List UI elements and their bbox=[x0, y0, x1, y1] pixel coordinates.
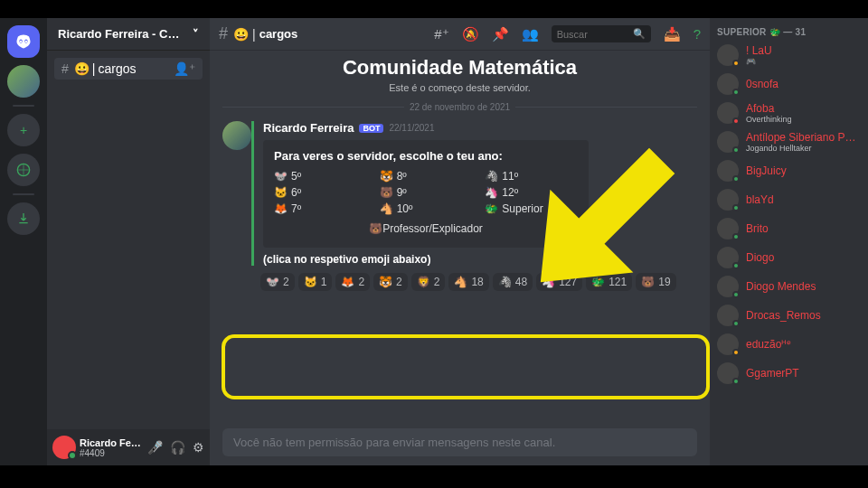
mute-icon[interactable]: 🎤̸ bbox=[147, 440, 163, 455]
svg-point-1 bbox=[25, 41, 28, 43]
year-option: 🐯8º bbox=[380, 170, 473, 183]
user-tag: #4409 bbox=[80, 448, 144, 458]
channel-title: cargos bbox=[259, 27, 298, 41]
svg-point-0 bbox=[20, 41, 22, 43]
member-avatar bbox=[717, 333, 739, 355]
member-item[interactable]: ! LaU🎮 bbox=[717, 42, 861, 68]
reaction-button[interactable]: 🐴18 bbox=[448, 273, 488, 291]
member-name: GgamerPT bbox=[746, 367, 799, 380]
member-name: eduzãoᴴᵉ bbox=[746, 338, 791, 351]
bot-tag: BOT bbox=[359, 124, 383, 133]
reaction-button[interactable]: 🐲121 bbox=[586, 273, 632, 291]
role-header: SUPERIOR 🐲 — 31 bbox=[717, 27, 861, 37]
search-box[interactable]: 🔍 bbox=[552, 25, 651, 42]
member-avatar bbox=[717, 276, 739, 297]
member-name: BigJuicy bbox=[746, 164, 787, 177]
author-avatar[interactable] bbox=[222, 121, 251, 150]
professor-line: 🐻Professor/Explicador bbox=[274, 222, 578, 235]
member-item[interactable]: Drocas_Remos bbox=[717, 303, 861, 328]
channel-emoji: 😀 bbox=[233, 27, 249, 42]
channel-pipe: | bbox=[92, 61, 96, 76]
member-avatar bbox=[717, 189, 739, 211]
threads-icon[interactable]: #⁺ bbox=[434, 26, 448, 42]
member-avatar bbox=[717, 218, 739, 239]
embed-title: Para veres o servidor, escolhe o teu ano… bbox=[274, 149, 578, 163]
explore-button[interactable] bbox=[7, 154, 40, 186]
member-item[interactable]: Antílope Siberiano Par...Jogando Helltak… bbox=[717, 129, 861, 155]
date-divider: 22 de novembro de 2021 bbox=[222, 102, 697, 112]
user-panel: Ricardo Ferr... #4409 🎤̸ 🎧 ⚙ bbox=[47, 429, 210, 465]
download-button[interactable] bbox=[7, 202, 40, 235]
user-avatar[interactable] bbox=[52, 436, 76, 459]
member-item[interactable]: blaYd bbox=[717, 187, 861, 212]
reaction-button[interactable]: 🦓48 bbox=[493, 273, 533, 291]
member-avatar bbox=[717, 44, 739, 66]
member-item[interactable]: Diogo Mendes bbox=[717, 274, 861, 299]
member-name: ! LaU bbox=[746, 44, 772, 57]
embed: Para veres o servidor, escolhe o teu ano… bbox=[263, 140, 589, 248]
reaction-button[interactable]: 🦊2 bbox=[335, 273, 370, 291]
member-activity: Overthinking bbox=[746, 115, 792, 124]
member-avatar bbox=[717, 131, 739, 153]
settings-icon[interactable]: ⚙ bbox=[193, 440, 204, 455]
year-option: 🦓11º bbox=[485, 170, 578, 183]
member-name: blaYd bbox=[746, 193, 774, 206]
member-name: Afoba bbox=[746, 102, 792, 115]
member-avatar bbox=[717, 73, 739, 95]
user-name: Ricardo Ferr... bbox=[80, 437, 144, 448]
pins-icon[interactable]: 📌 bbox=[492, 26, 509, 42]
reaction-button[interactable]: 🐻19 bbox=[636, 273, 675, 291]
help-icon[interactable]: ? bbox=[693, 26, 701, 42]
inbox-icon[interactable]: 📥 bbox=[664, 26, 681, 42]
member-item[interactable]: 0snofa bbox=[717, 71, 861, 97]
member-avatar bbox=[717, 102, 739, 124]
user-info[interactable]: Ricardo Ferr... #4409 bbox=[80, 437, 144, 458]
member-item[interactable]: BigJuicy bbox=[717, 158, 861, 183]
chevron-down-icon: ˅ bbox=[193, 27, 199, 41]
members-sidebar: SUPERIOR 🐲 — 31 ! LaU🎮0snofaAfobaOverthi… bbox=[710, 18, 868, 465]
server-name: Ricardo Ferreira - Comu... bbox=[58, 27, 184, 41]
server-icon[interactable] bbox=[7, 65, 40, 98]
welcome-subtitle: Este é o começo deste servidor. bbox=[222, 82, 697, 93]
member-item[interactable]: eduzãoᴴᵉ bbox=[717, 332, 861, 357]
reaction-button[interactable]: 🐭2 bbox=[260, 273, 295, 291]
server-header[interactable]: Ricardo Ferreira - Comu... ˅ bbox=[47, 18, 210, 51]
member-activity: 🎮 bbox=[746, 57, 772, 66]
year-option: 🐻9º bbox=[380, 186, 473, 199]
reaction-button[interactable]: 🐯2 bbox=[373, 273, 408, 291]
reaction-button[interactable]: 🦄127 bbox=[536, 273, 582, 291]
member-name: 0snofa bbox=[746, 78, 778, 90]
member-name: Drocas_Remos bbox=[746, 309, 821, 322]
main-area: # 😀 | cargos #⁺ 🔕 📌 👥 🔍 📥 ? Comunidade M… bbox=[210, 18, 710, 465]
add-server-button[interactable]: + bbox=[7, 114, 40, 146]
member-name: Antílope Siberiano Par... bbox=[746, 131, 861, 144]
home-button[interactable] bbox=[7, 25, 40, 58]
reaction-button[interactable]: 🐱1 bbox=[298, 273, 333, 291]
year-option: 🦄12º bbox=[485, 186, 578, 199]
year-option: 🦊7º bbox=[274, 202, 367, 215]
member-avatar bbox=[717, 247, 739, 268]
search-input[interactable] bbox=[557, 29, 633, 40]
channel-emoji: 😀 bbox=[74, 61, 90, 76]
year-option: 🐱6º bbox=[274, 186, 367, 199]
message: Ricardo Ferreira BOT 22/11/2021 Para ver… bbox=[222, 121, 697, 266]
welcome-title: Comunidade Matemática bbox=[222, 56, 697, 80]
channel-item[interactable]: # 😀 | cargos 👤⁺ bbox=[54, 58, 203, 80]
year-option: 🐭5º bbox=[274, 170, 367, 183]
member-item[interactable]: Brito bbox=[717, 216, 861, 241]
notifications-icon[interactable]: 🔕 bbox=[462, 26, 479, 42]
member-item[interactable]: Diogo bbox=[717, 245, 861, 270]
add-user-icon[interactable]: 👤⁺ bbox=[174, 61, 195, 76]
member-name: Brito bbox=[746, 222, 769, 235]
member-activity: Jogando Helltaker bbox=[746, 144, 861, 153]
deafen-icon[interactable]: 🎧 bbox=[170, 440, 185, 455]
member-avatar bbox=[717, 362, 739, 384]
search-icon: 🔍 bbox=[633, 28, 646, 40]
member-item[interactable]: AfobaOverthinking bbox=[717, 100, 861, 126]
members-icon[interactable]: 👥 bbox=[522, 26, 539, 42]
author-name[interactable]: Ricardo Ferreira bbox=[263, 121, 354, 135]
member-avatar bbox=[717, 305, 739, 326]
member-item[interactable]: GgamerPT bbox=[717, 361, 861, 386]
reactions-row: 🐭2🐱1🦊2🐯2🦁2🐴18🦓48🦄127🐲121🐻19 bbox=[260, 273, 710, 291]
reaction-button[interactable]: 🦁2 bbox=[411, 273, 446, 291]
